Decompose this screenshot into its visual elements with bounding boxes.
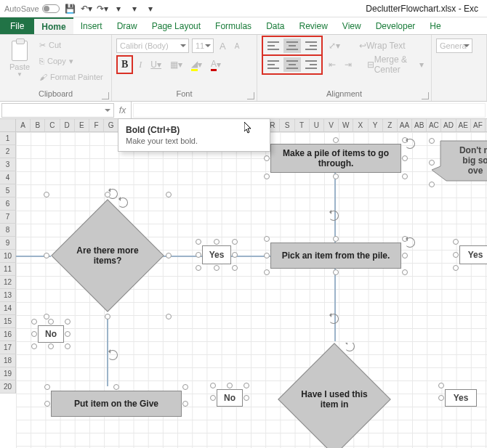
connector[interactable] (16, 256, 51, 257)
tab-file[interactable]: File (0, 17, 34, 34)
save-icon[interactable]: 💾 (65, 4, 76, 14)
redo-icon[interactable]: ↷▾ (97, 4, 108, 14)
dialog-launcher-icon[interactable] (247, 92, 254, 99)
row-header[interactable]: 5 (0, 184, 16, 197)
col-header[interactable]: Z (383, 119, 398, 131)
rotate-handle-icon[interactable] (329, 211, 339, 221)
col-header[interactable]: A (16, 119, 31, 131)
top-align-button[interactable] (265, 38, 282, 53)
col-header[interactable]: X (353, 119, 368, 131)
select-all-corner[interactable] (0, 119, 16, 131)
underline-button[interactable]: U ▾ (148, 57, 164, 72)
tab-insert[interactable]: Insert (73, 17, 110, 34)
shape-label[interactable]: Yes (202, 245, 231, 264)
fill-color-button[interactable]: ◢▾ (188, 57, 205, 72)
rotate-handle-icon[interactable] (108, 189, 118, 199)
font-size-combo[interactable]: 11 (192, 38, 214, 53)
col-header[interactable]: G (104, 119, 118, 131)
align-center-button[interactable] (283, 57, 301, 72)
shape-process[interactable]: Pick an item from the pile. (270, 243, 401, 269)
connector[interactable] (334, 173, 336, 243)
rotate-handle-icon[interactable] (329, 314, 339, 324)
name-box[interactable] (1, 103, 114, 118)
autosave-toggle[interactable] (42, 4, 60, 13)
tab-developer[interactable]: Developer (369, 17, 423, 34)
row-header[interactable]: 14 (0, 302, 16, 315)
tab-data[interactable]: Data (259, 17, 291, 34)
tab-review[interactable]: Review (291, 17, 334, 34)
col-header[interactable]: E (75, 119, 89, 131)
row-header[interactable]: 10 (0, 250, 16, 263)
row-header[interactable]: 8 (0, 224, 16, 237)
tab-help[interactable]: He (422, 17, 448, 34)
shape-label[interactable]: Yes (459, 245, 487, 264)
italic-button[interactable]: I (136, 57, 145, 72)
dialog-launcher-icon[interactable] (422, 92, 429, 99)
decrease-font-button[interactable]: A (232, 38, 243, 53)
tab-formulas[interactable]: Formulas (208, 17, 259, 34)
rotate-handle-icon[interactable] (405, 237, 415, 248)
drawing-canvas[interactable]: Make a pile of items to go through. Don'… (16, 132, 487, 448)
cut-button[interactable]: ✂Cut (39, 38, 103, 52)
align-right-button[interactable] (302, 57, 320, 72)
row-header[interactable]: 11 (0, 263, 16, 276)
row-header[interactable]: 13 (0, 289, 16, 302)
col-header[interactable]: AF (471, 119, 486, 131)
row-header[interactable]: 6 (0, 197, 16, 211)
col-header[interactable]: F (89, 119, 104, 131)
undo-icon[interactable]: ↶▾ (81, 4, 92, 14)
number-format-combo[interactable]: Genera (436, 38, 472, 53)
col-header[interactable]: Y (369, 119, 383, 131)
tab-page-layout[interactable]: Page Layout (145, 17, 208, 34)
orientation-button[interactable]: ⤢▾ (326, 38, 343, 53)
col-header[interactable]: C (45, 119, 60, 131)
borders-button[interactable]: ▦▾ (167, 57, 185, 72)
col-header[interactable]: V (324, 119, 339, 131)
middle-align-button[interactable] (283, 38, 301, 53)
row-header[interactable]: 7 (0, 211, 16, 224)
col-header[interactable]: AB (412, 119, 427, 131)
col-header[interactable]: W (339, 119, 353, 131)
connector[interactable] (334, 269, 336, 341)
row-header[interactable]: 15 (0, 315, 16, 328)
bold-button[interactable]: B (118, 57, 131, 72)
col-header[interactable]: AD (441, 119, 456, 131)
font-color-button[interactable]: A▾ (208, 57, 224, 72)
rotate-handle-icon[interactable] (345, 343, 355, 351)
rotate-handle-icon[interactable] (118, 197, 128, 208)
fx-icon[interactable]: fx (114, 102, 132, 118)
row-header[interactable]: 19 (0, 367, 16, 380)
shape-process[interactable]: Put item on the Give (51, 391, 182, 417)
formula-input[interactable] (133, 103, 486, 118)
col-header[interactable]: T (295, 119, 310, 131)
increase-font-button[interactable]: A (217, 38, 229, 53)
col-header[interactable]: U (310, 119, 324, 131)
row-header[interactable]: 9 (0, 237, 16, 250)
paste-button[interactable]: Paste ▼ (4, 38, 35, 84)
row-header[interactable]: 3 (0, 158, 16, 171)
row-header[interactable]: 18 (0, 354, 16, 367)
row-header[interactable]: 12 (0, 276, 16, 289)
merge-center-button[interactable]: ⊟ Merge & Center ▾ (364, 57, 427, 72)
tab-home[interactable]: Home (34, 17, 73, 34)
col-header[interactable]: D (60, 119, 75, 131)
shape-process[interactable]: Make a pile of items to go through. (270, 144, 401, 173)
wrap-text-button[interactable]: ↩ Wrap Text (356, 38, 408, 53)
col-header[interactable]: AE (456, 119, 471, 131)
shape-decision[interactable]: Are there more items? (51, 199, 164, 312)
row-header[interactable]: 4 (0, 171, 16, 184)
qat-icon[interactable]: ▾ (113, 4, 124, 14)
copy-button[interactable]: ⎘Copy ▾ (39, 54, 103, 68)
tab-view[interactable]: View (335, 17, 369, 34)
col-header[interactable]: B (31, 119, 45, 131)
qat-customize-icon[interactable]: ▾ (145, 4, 156, 14)
increase-indent-button[interactable]: ⇥ (342, 57, 355, 72)
shape-label[interactable]: No (217, 389, 243, 407)
rotate-handle-icon[interactable] (108, 350, 118, 360)
shape-label[interactable]: Yes (445, 389, 477, 407)
tab-draw[interactable]: Draw (110, 17, 145, 34)
row-header[interactable]: 16 (0, 328, 16, 341)
row-header[interactable]: 2 (0, 145, 16, 158)
qat-icon[interactable]: ▾ (129, 4, 140, 14)
row-header[interactable]: 20 (0, 380, 16, 394)
